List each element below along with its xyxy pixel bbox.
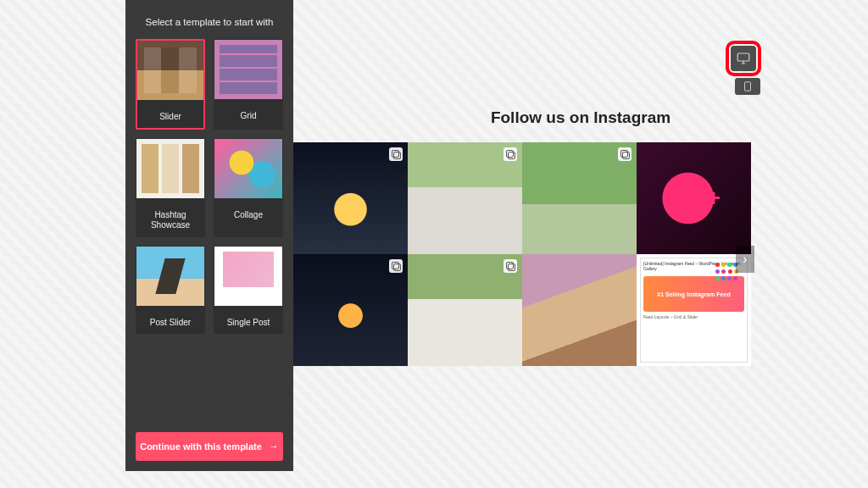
- feed-tile[interactable]: [522, 142, 637, 254]
- preview-heading: Follow us on Instagram: [293, 108, 868, 127]
- feed-tile[interactable]: [522, 254, 637, 366]
- template-card-collage[interactable]: Collage: [214, 138, 283, 237]
- template-thumb: [214, 247, 282, 306]
- template-panel: Select a template to start with Slider G…: [125, 0, 293, 471]
- template-thumb: [137, 41, 203, 100]
- tile-overlay-text: 500+: [637, 142, 751, 254]
- multi-image-icon: [618, 147, 632, 161]
- svg-rect-1: [745, 82, 751, 92]
- feed-tile[interactable]: 500+: [637, 142, 751, 254]
- arrow-right-icon: [269, 441, 279, 452]
- continue-label: Continue with this template: [140, 441, 262, 452]
- panel-title: Select a template to start with: [136, 17, 283, 27]
- feed-tile[interactable]: [408, 142, 522, 254]
- desktop-preview-button-highlight: [726, 41, 761, 76]
- multi-image-icon: [389, 147, 403, 161]
- multi-image-icon: [504, 259, 517, 273]
- feed-tile[interactable]: [293, 142, 408, 254]
- svg-rect-0: [737, 53, 749, 61]
- chevron-right-icon: ›: [743, 252, 747, 267]
- feed-tile[interactable]: [408, 254, 522, 366]
- template-card-slider[interactable]: Slider: [136, 39, 205, 130]
- tablet-icon: [742, 80, 754, 92]
- feed-tile[interactable]: [293, 254, 408, 366]
- template-label: Slider: [159, 112, 181, 123]
- template-card-single-post[interactable]: Single Post: [214, 246, 283, 335]
- tile8-subline: Feed Layouts – Grid & Slider: [643, 314, 744, 319]
- template-card-grid[interactable]: Grid: [214, 39, 283, 130]
- template-label: Collage: [234, 210, 263, 221]
- template-card-post-slider[interactable]: Post Slider: [136, 246, 205, 335]
- template-thumb: [214, 40, 282, 99]
- template-label: Post Slider: [150, 318, 191, 329]
- preview-area: Follow us on Instagram 500+ [Unlimited] …: [293, 0, 868, 471]
- template-thumb: [136, 139, 204, 198]
- template-card-hashtag-showcase[interactable]: Hashtag Showcase: [136, 138, 205, 237]
- template-label: Grid: [241, 111, 257, 122]
- feed-tile[interactable]: [Unlimited] Instagram Feed – WordPress I…: [637, 254, 751, 366]
- template-grid: Slider Grid Hashtag Showcase Collage Pos…: [136, 39, 283, 334]
- template-label: Hashtag Showcase: [136, 210, 204, 231]
- instagram-feed: 500+ [Unlimited] Instagram Feed – WordPr…: [293, 142, 751, 366]
- tile-product-card: [Unlimited] Instagram Feed – WordPress I…: [640, 258, 748, 363]
- desktop-icon: [736, 51, 751, 66]
- slider-next-button[interactable]: ›: [736, 246, 754, 273]
- desktop-preview-button[interactable]: [731, 46, 756, 71]
- secondary-device-button[interactable]: [735, 78, 760, 95]
- continue-button[interactable]: Continue with this template: [136, 432, 283, 461]
- template-label: Single Post: [227, 318, 270, 329]
- template-thumb: [214, 139, 282, 198]
- template-thumb: [136, 247, 204, 306]
- editor-stage: Select a template to start with Slider G…: [0, 0, 868, 488]
- multi-image-icon: [389, 259, 403, 273]
- multi-image-icon: [504, 147, 517, 161]
